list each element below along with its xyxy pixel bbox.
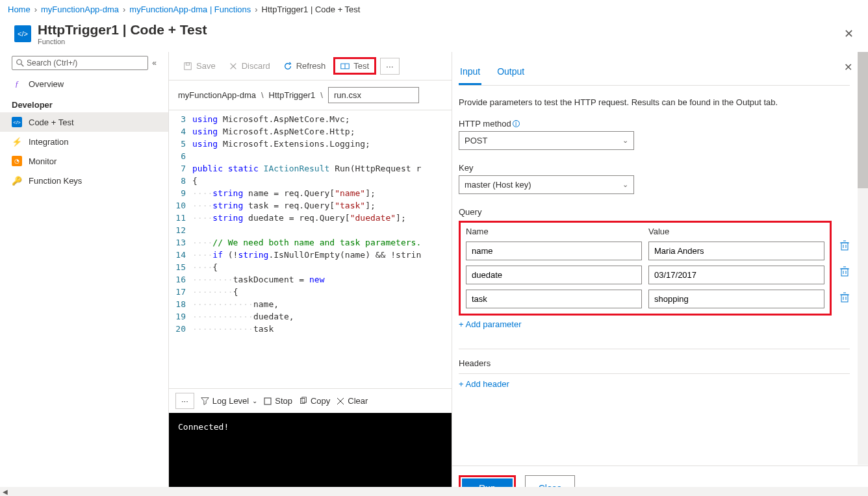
delete-row-icon[interactable] [839, 266, 850, 277]
add-parameter-link[interactable]: + Add parameter [459, 319, 521, 329]
log-label: Log Level [212, 396, 249, 406]
test-button[interactable]: Test [333, 57, 376, 75]
test-panel: ✕ Input Output Provide parameters to tes… [452, 52, 868, 496]
chevron-down-icon: ⌄ [622, 136, 628, 145]
svg-rect-2 [185, 62, 192, 69]
file-path: myFunctionApp-dma \ HttpTrigger1 \ run.c… [169, 81, 452, 110]
query-heading: Query [459, 207, 850, 217]
add-header-link[interactable]: + Add header [459, 379, 509, 389]
panel-tabs: Input Output [459, 64, 850, 86]
headers-heading: Headers [459, 358, 850, 368]
close-button[interactable]: ✕ [844, 27, 854, 41]
page-header: </> HttpTrigger1 | Code + Test Function … [0, 18, 868, 52]
delete-row-icon[interactable] [839, 240, 850, 251]
search-input[interactable]: Search (Ctrl+/) [12, 56, 148, 70]
loglevel-button[interactable]: Log Level ⌄ [201, 396, 257, 406]
query-value-header: Value [648, 227, 824, 236]
query-value-input[interactable] [648, 242, 824, 260]
log-label: Stop [275, 396, 292, 406]
collapse-sidebar-icon[interactable]: « [152, 58, 157, 68]
search-icon [16, 59, 24, 67]
clear-icon [337, 397, 344, 405]
file-dropdown[interactable]: run.csx [328, 87, 419, 103]
sidebar-item-function-keys[interactable]: 🔑 Function Keys [0, 171, 168, 190]
query-name-input[interactable] [466, 266, 642, 284]
breadcrumb-current: HttpTrigger1 | Code + Test [262, 5, 361, 14]
svg-rect-8 [264, 398, 271, 404]
sidebar-item-integration[interactable]: ⚡ Integration [0, 132, 168, 151]
chevron-right-icon: › [123, 5, 125, 14]
sidebar-item-code-test[interactable]: </> Code + Test [0, 112, 168, 132]
query-value-input[interactable] [648, 266, 824, 284]
console[interactable]: Connected! [169, 413, 452, 496]
tab-output[interactable]: Output [496, 64, 526, 85]
info-icon[interactable]: i [513, 120, 520, 127]
chevron-right-icon: › [34, 5, 37, 14]
delete-row-icon[interactable] [839, 292, 850, 303]
breadcrumb-functions[interactable]: myFunctionApp-dma | Functions [129, 5, 251, 14]
refresh-button[interactable]: Refresh [278, 58, 331, 73]
sidebar-item-label: Integration [29, 137, 68, 147]
query-name-header: Name [466, 227, 642, 236]
monitor-icon: ◔ [12, 156, 22, 166]
clear-button[interactable]: Clear [337, 396, 368, 406]
query-name-input[interactable] [466, 242, 642, 260]
query-name-input[interactable] [466, 290, 642, 308]
log-toolbar: ··· Log Level ⌄ Stop Copy Clear [169, 388, 452, 413]
http-method-dropdown[interactable]: POST ⌄ [459, 131, 634, 150]
query-value-input[interactable] [648, 290, 824, 308]
sidebar-item-label: Function Keys [29, 176, 82, 186]
chevron-down-icon: ⌄ [622, 180, 628, 189]
discard-button[interactable]: Discard [223, 58, 275, 73]
page-subtitle: Function [38, 38, 844, 45]
scroll-left-icon[interactable]: ◀ [0, 488, 10, 495]
log-label: Copy [311, 396, 330, 406]
sidebar-item-label: Code + Test [29, 118, 74, 127]
copy-button[interactable]: Copy [299, 396, 330, 406]
lightning-icon: ⚡ [12, 136, 22, 147]
code-icon: </> [12, 117, 22, 127]
more-button[interactable]: ··· [380, 58, 400, 75]
test-icon [340, 62, 350, 71]
console-line: Connected! [178, 422, 229, 432]
sidebar-heading-developer: Developer [0, 93, 168, 112]
filter-icon [201, 397, 209, 405]
page-title: HttpTrigger1 | Code + Test [38, 22, 844, 38]
copy-icon [299, 397, 307, 405]
sidebar-item-label: Overview [29, 79, 64, 89]
key-dropdown[interactable]: master (Host key) ⌄ [459, 175, 634, 194]
search-placeholder: Search (Ctrl+/) [27, 58, 77, 68]
dropdown-value: master (Host key) [465, 180, 531, 190]
panel-description: Provide parameters to test the HTTP requ… [459, 97, 850, 107]
code-editor[interactable]: 34567891011121314151617181920 using Micr… [169, 110, 452, 388]
save-icon [183, 62, 192, 71]
log-label: Clear [348, 396, 368, 406]
path-segment: HttpTrigger1 [269, 90, 316, 100]
panel-scrollbar[interactable] [858, 52, 868, 465]
sidebar-item-overview[interactable]: ƒ Overview [0, 74, 168, 93]
sidebar-item-label: Monitor [29, 156, 57, 166]
svg-rect-18 [841, 269, 848, 276]
svg-rect-3 [186, 62, 189, 65]
refresh-icon [283, 62, 292, 71]
line-gutter: 34567891011121314151617181920 [169, 110, 192, 388]
path-separator: \ [320, 90, 323, 100]
toolbar: Save Discard Refresh Test ··· [169, 52, 452, 81]
toolbar-label: Test [353, 61, 369, 71]
svg-line-1 [21, 64, 24, 67]
stop-button[interactable]: Stop [264, 396, 292, 406]
code-icon: </> [14, 25, 31, 42]
horizontal-scrollbar[interactable]: ◀ [0, 487, 868, 496]
breadcrumb: Home › myFunctionApp-dma › myFunctionApp… [0, 0, 868, 18]
sidebar-item-monitor[interactable]: ◔ Monitor [0, 151, 168, 171]
discard-icon [229, 62, 238, 71]
breadcrumb-home[interactable]: Home [8, 5, 31, 14]
breadcrumb-app[interactable]: myFunctionApp-dma [41, 5, 119, 14]
log-more-button[interactable]: ··· [175, 393, 194, 409]
tab-input[interactable]: Input [459, 64, 481, 85]
query-row [466, 242, 824, 260]
chevron-right-icon: › [255, 5, 257, 14]
code-content[interactable]: using Microsoft.AspNetCore.Mvc; using Mi… [192, 110, 452, 388]
save-button[interactable]: Save [178, 58, 221, 73]
panel-close-button[interactable]: ✕ [844, 61, 852, 73]
